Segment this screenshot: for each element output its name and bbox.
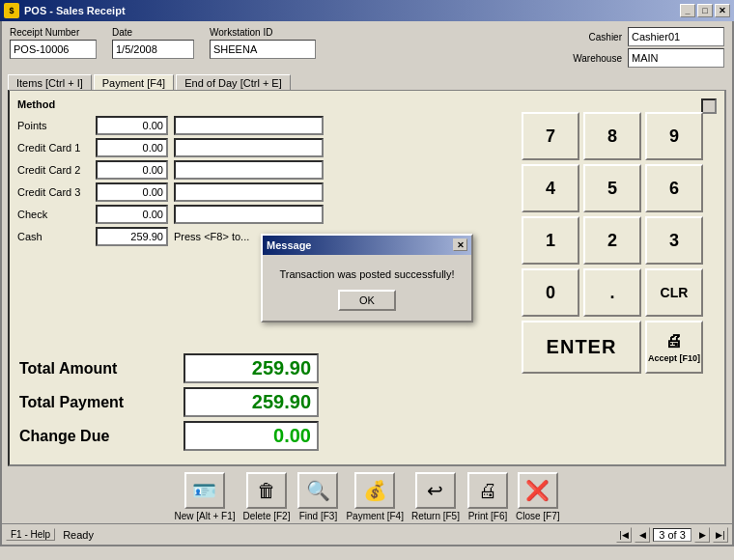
find-icon: 🔍 [297, 472, 338, 509]
message-dialog: Message ✕ Transaction was posted success… [261, 234, 473, 322]
next-page-button[interactable]: ▶ [694, 527, 710, 543]
date-label: Date [112, 27, 194, 38]
tab-items[interactable]: Items [Ctrl + I] [8, 74, 92, 91]
delete-label: Delete [F2] [243, 511, 291, 521]
receipt-number-input[interactable] [10, 40, 97, 59]
page-info: 3 of 3 [653, 528, 692, 542]
content-area: Method Points Credit Card 1 Credit Card … [8, 90, 726, 466]
last-page-button[interactable]: ▶| [713, 527, 728, 543]
app-icon: $ [4, 3, 19, 18]
dialog-message: Transaction was posted successfully! [279, 268, 454, 280]
print-icon: 🖨 [467, 472, 508, 509]
payment-icon: 💰 [354, 472, 395, 509]
workstation-label: Workstation ID [210, 27, 316, 38]
f1-help-button[interactable]: F1 - Help [6, 528, 55, 541]
tab-endofday[interactable]: End of Day [Ctrl + E] [176, 74, 291, 91]
find-label: Find [F3] [299, 511, 337, 521]
toolbar: 🪪 New [Alt + F1] 🗑 Delete [F2] 🔍 Find [F… [2, 466, 732, 523]
prev-page-button[interactable]: ◀ [635, 527, 650, 543]
dialog-titlebar: Message ✕ [263, 236, 471, 255]
tabs: Items [Ctrl + I] Payment [F4] End of Day… [2, 73, 732, 90]
pagination: |◀ ◀ 3 of 3 ▶ ▶| [616, 527, 728, 543]
toolbar-print[interactable]: 🖨 Print [F6] [467, 472, 508, 521]
workstation-input[interactable] [210, 40, 316, 59]
close-label: Close [F7] [516, 511, 560, 521]
main-window: Receipt Number Date Workstation ID Cashi… [0, 21, 734, 546]
toolbar-find[interactable]: 🔍 Find [F3] [297, 472, 338, 521]
message-dialog-overlay: Message ✕ Transaction was posted success… [10, 91, 724, 464]
window-title: POS - Sales Receipt [24, 5, 126, 16]
warehouse-label: Warehouse [559, 53, 622, 64]
toolbar-new[interactable]: 🪪 New [Alt + F1] [174, 472, 235, 521]
header-right: Cashier Warehouse [559, 27, 724, 68]
workstation-field: Workstation ID [210, 27, 316, 59]
tab-payment[interactable]: Payment [F4] [94, 74, 174, 91]
minimize-button[interactable]: _ [680, 4, 695, 17]
toolbar-close[interactable]: ❌ Close [F7] [516, 472, 560, 521]
receipt-number-label: Receipt Number [10, 27, 97, 38]
date-input[interactable] [112, 40, 194, 59]
header-area: Receipt Number Date Workstation ID Cashi… [2, 21, 732, 73]
dialog-body: Transaction was posted successfully! OK [263, 255, 471, 321]
print-label: Print [F6] [468, 511, 508, 521]
date-field: Date [112, 27, 194, 59]
cashier-label: Cashier [559, 32, 622, 42]
status-text: Ready [63, 529, 94, 541]
first-page-button[interactable]: |◀ [616, 527, 632, 543]
warehouse-row: Warehouse [559, 48, 724, 68]
dialog-ok-button[interactable]: OK [338, 290, 396, 311]
new-label: New [Alt + F1] [174, 511, 235, 521]
toolbar-return[interactable]: ↩ Return [F5] [411, 472, 460, 521]
return-icon: ↩ [415, 472, 456, 509]
dialog-title: Message [267, 239, 311, 251]
new-icon: 🪪 [184, 472, 225, 509]
cashier-input[interactable] [628, 27, 724, 46]
status-bar: F1 - Help Ready |◀ ◀ 3 of 3 ▶ ▶| [2, 523, 732, 545]
toolbar-payment[interactable]: 💰 Payment [F4] [346, 472, 403, 521]
close-icon: ❌ [518, 472, 558, 509]
toolbar-delete[interactable]: 🗑 Delete [F2] [243, 472, 291, 521]
close-button[interactable]: ✕ [715, 4, 730, 17]
cashier-row: Cashier [559, 27, 724, 46]
delete-icon: 🗑 [246, 472, 287, 509]
dialog-close-button[interactable]: ✕ [453, 238, 467, 251]
title-bar: $ POS - Sales Receipt _ □ ✕ [0, 0, 734, 21]
title-buttons: _ □ ✕ [680, 4, 730, 17]
maximize-button[interactable]: □ [697, 4, 713, 17]
warehouse-input[interactable] [628, 48, 724, 68]
receipt-number-field: Receipt Number [10, 27, 97, 59]
return-label: Return [F5] [411, 511, 460, 521]
payment-label: Payment [F4] [346, 511, 403, 521]
